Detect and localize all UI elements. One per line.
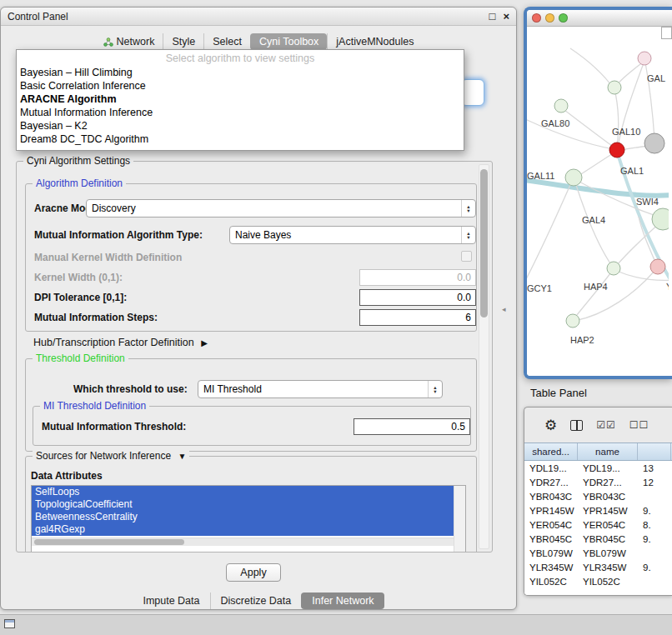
gear-icon[interactable]: ⚙ (544, 418, 557, 432)
settings-scrollbar[interactable] (479, 164, 489, 549)
apply-button[interactable]: Apply (226, 563, 281, 582)
aracne-mode-select[interactable]: Discovery ▴▾ (86, 199, 476, 218)
table-cell: YDL19... (524, 463, 578, 473)
columns-icon[interactable] (570, 420, 583, 431)
settings-scrollbar-thumb[interactable] (480, 169, 488, 318)
mi-threshold-input[interactable]: 0.5 (354, 418, 470, 435)
table-row[interactable]: YPR145WYPR145W9. (524, 503, 672, 518)
network-node[interactable] (644, 133, 664, 153)
deselect-all-columns-icon[interactable]: ☐☐ (629, 420, 649, 430)
algorithm-option[interactable]: Basic Correlation Inference (17, 79, 464, 92)
table-row[interactable]: YLR345WYLR345W9. (524, 560, 672, 574)
table-cell: YPR145W (578, 506, 638, 516)
network-node[interactable] (652, 208, 669, 230)
select-all-columns-icon[interactable]: ☑☑ (596, 420, 616, 430)
mi-type-label: Mutual Information Algorithm Type: (34, 229, 203, 241)
attribute-item[interactable]: BetweennessCentrality (32, 511, 454, 523)
manual-kernel-label: Manual Kernel Width Definition (34, 252, 182, 263)
bottom-tab-impute-data[interactable]: Impute Data (133, 592, 209, 609)
network-node[interactable] (565, 169, 582, 186)
tab-network[interactable]: Network (95, 33, 163, 50)
algorithm-combo-fragment[interactable] (461, 79, 484, 106)
expanded-arrow-icon: ▼ (178, 452, 186, 461)
dpi-tolerance-label: DPI Tolerance [0,1]: (34, 292, 127, 303)
table-row[interactable]: YDR27...YDR27...12 (524, 475, 672, 489)
attribute-list: SelfLoopsTopologicalCoefficientBetweenne… (31, 485, 466, 552)
table-row[interactable]: YIL052CYIL052C (524, 574, 672, 588)
attribute-item[interactable]: SelfLoops (32, 486, 454, 498)
attribute-list-vscrollbar[interactable] (454, 486, 465, 552)
network-canvas: GALGAL80GAL10GAL11GAL1SWI4GAL4GCY1HAP4HA… (527, 27, 672, 376)
algorithm-option[interactable]: Mutual Information Inference (17, 106, 464, 119)
node-label: HAP4 (584, 282, 608, 292)
tab-jactivemnodules[interactable]: jActiveMNodules (327, 33, 422, 50)
attribute-item[interactable]: TopologicalCoefficient (32, 498, 454, 511)
network-node[interactable] (608, 81, 621, 94)
table-row[interactable]: YBR045CYBR045C9. (524, 532, 672, 546)
algorithm-option[interactable]: Bayesian – K2 (17, 119, 464, 132)
kernel-width-input[interactable]: 0.0 (359, 269, 476, 286)
network-node[interactable] (650, 259, 665, 274)
table-row[interactable]: YER054CYER054C8. (524, 518, 672, 532)
table-row[interactable]: YDL19...YDL19...13 (524, 461, 672, 475)
tab-cyni-toolbox[interactable]: Cyni Toolbox (250, 33, 327, 50)
column-header[interactable] (638, 443, 671, 460)
algorithm-option[interactable]: ARACNE Algorithm (17, 92, 464, 106)
tab-style[interactable]: Style (163, 33, 203, 50)
dpi-tolerance-input[interactable]: 0.0 (359, 289, 476, 306)
network-edge (614, 89, 619, 148)
network-node[interactable] (607, 262, 620, 275)
attribute-list-hscrollbar[interactable] (32, 538, 454, 546)
table-row[interactable]: YBL079WYBL079W (524, 546, 672, 560)
settings-group-title: Cyni Algorithm Settings (23, 155, 133, 167)
mi-algorithm-type-select[interactable]: Naive Bayes ▴▾ (229, 226, 476, 244)
which-threshold-value: MI Threshold (198, 383, 428, 395)
table-body: YDL19...YDL19...13YDR27...YDR27...12YBR0… (524, 461, 672, 588)
attribute-list-hscrollbar-thumb[interactable] (34, 539, 184, 545)
dropdown-placeholder: Select algorithm to view settings (17, 52, 464, 66)
hub-section-toggle[interactable]: Hub/Transcription Factor Definition ▶ (33, 337, 208, 348)
sources-toggle[interactable]: Sources for Network Inference ▼ (33, 450, 189, 462)
table-cell: 12 (638, 478, 671, 488)
data-attributes-label: Data Attributes (31, 470, 103, 482)
settings-viewport: Algorithm Definition Aracne Mode: Discov… (17, 162, 492, 552)
bottom-tab-discretize-data[interactable]: Discretize Data (210, 592, 302, 609)
network-edge (570, 48, 614, 88)
table-cell: YBR043C (524, 492, 578, 502)
mi-steps-input[interactable]: 6 (359, 309, 476, 326)
network-node[interactable] (554, 99, 568, 112)
column-header[interactable]: shared... (524, 443, 578, 460)
close-window-icon[interactable]: × (503, 11, 509, 22)
network-node[interactable] (566, 314, 579, 328)
column-header[interactable]: name (578, 443, 638, 460)
mi-threshold-label: Mutual Information Threshold: (42, 421, 186, 432)
combo-arrows-icon: ▴▾ (461, 227, 475, 243)
table-row[interactable]: YBR043CYBR043C (524, 489, 672, 503)
panel-splitter-handle[interactable]: ◂ (502, 305, 506, 313)
tab-label: Style (172, 36, 195, 48)
network-edge (527, 180, 669, 196)
restore-panel-icon[interactable] (4, 619, 15, 628)
combo-down-arrow: ▾ (467, 208, 469, 212)
network-node[interactable] (609, 142, 624, 158)
which-threshold-label: Which threshold to use: (73, 383, 188, 395)
which-threshold-select[interactable]: MI Threshold ▴▾ (198, 380, 443, 398)
close-traffic-light[interactable] (532, 13, 541, 22)
algorithm-option[interactable]: Dream8 DC_TDC Algorithm (17, 132, 464, 146)
table-cell: 9. (638, 534, 671, 544)
collapsed-arrow-icon: ▶ (201, 338, 208, 348)
minimize-traffic-light[interactable] (545, 13, 554, 22)
attribute-item[interactable]: gal4RGexp (32, 523, 454, 536)
table-header-row: shared...name (524, 442, 672, 461)
network-node[interactable] (638, 52, 651, 65)
algorithm-option[interactable]: Bayesian – Hill Climbing (17, 66, 464, 79)
float-window-icon[interactable]: □ (489, 11, 496, 22)
table-cell: 8. (638, 520, 671, 530)
tab-select[interactable]: Select (203, 33, 250, 50)
zoom-traffic-light[interactable] (559, 13, 568, 22)
bottom-tab-infer-network[interactable]: Infer Network (301, 592, 384, 609)
table-cell: YBR045C (524, 534, 578, 544)
table-cell: YIL052C (578, 577, 638, 587)
manual-kernel-checkbox[interactable] (461, 251, 472, 262)
combo-arrows-icon: ▴▾ (428, 381, 442, 398)
